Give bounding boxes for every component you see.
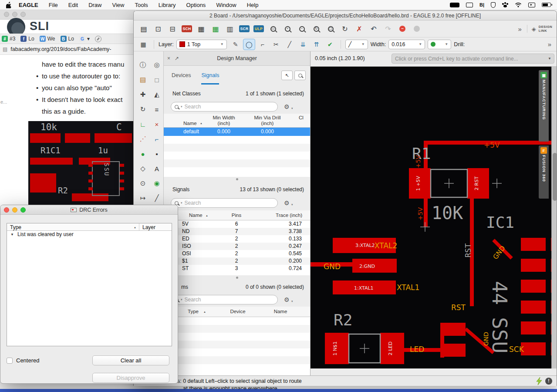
smd-pad-icon[interactable]: ▪ [151,148,162,159]
design-link-button[interactable]: ◈ DESIGN LINK [527,25,552,33]
table-row[interactable] [164,333,310,341]
table-row[interactable] [164,341,310,348]
browser-titlebar[interactable] [0,10,135,20]
align-tool-icon[interactable]: ≡ [151,104,162,115]
tab-devices[interactable]: Devices [172,66,191,84]
zoom-in-icon[interactable]: + [281,23,294,35]
copper-pad[interactable] [424,196,428,227]
zoom-find-button[interactable] [294,71,306,80]
net-classes-search-input[interactable] [185,104,274,110]
table-row[interactable] [164,356,310,364]
print-icon[interactable]: ⊟ [166,23,179,35]
section-resize-handle[interactable] [164,275,310,280]
compass-icon[interactable] [95,36,101,42]
line-tool-icon[interactable]: ╱ [151,193,162,204]
polygon-tool-icon[interactable]: ◇ [137,163,149,174]
signals-table-header[interactable]: Name ▲ Pins Trace (inch) [164,210,310,220]
ratsnest-icon[interactable]: ⊙ [137,178,149,189]
net-classes-search[interactable]: ▾ [171,102,278,112]
signals-search-input[interactable] [185,200,274,206]
script-badge-icon[interactable]: SCR [238,23,251,35]
redo-icon[interactable]: ↷ [381,23,395,35]
board-label[interactable]: +5V [417,207,424,220]
net-classes-table-header[interactable]: Name ▲ Min Width (inch) Min Via Drill (i… [164,114,310,128]
board-canvas[interactable]: +5VR1+5V1 +5V2 RST+5V10KIC1RST3:XTAL2XTA… [311,67,557,368]
sheet-table-icon[interactable]: ▦ [195,23,208,35]
ripup-tool-icon[interactable]: ⇊ [297,39,309,50]
route-airwire-icon[interactable]: ⋰ [137,133,149,145]
board-label[interactable]: SCK [509,345,524,354]
copper-pad[interactable] [521,342,546,355]
stop-command-icon[interactable]: ✗ [353,23,366,35]
delete-tool-icon[interactable]: ✎ [230,39,242,50]
group-select-icon[interactable]: □ [151,74,162,85]
column-min-width[interactable]: Min Width [207,115,240,120]
signal-row[interactable]: ED20.133 [164,235,310,243]
via-tool-icon[interactable]: ● [137,148,149,159]
copper-pad[interactable] [521,280,546,293]
fusion-360-tab[interactable]: F FUSION 360 [539,145,549,199]
board-label[interactable]: +5V [484,141,500,149]
column-type[interactable]: Type [188,309,199,314]
board-label[interactable]: XTAL1 [397,283,419,292]
board-label[interactable]: 1:XTAL1 [354,285,374,291]
refresh-icon[interactable]: ↻ [338,23,351,35]
eagle-titlebar[interactable]: 2 Board - /Users/naganoyoshie/Documents/… [134,11,557,20]
copper-pad[interactable] [521,238,546,251]
undo-icon[interactable]: ↶ [367,23,380,35]
ulp-badge-icon[interactable]: ULP [252,23,265,35]
menu-tools[interactable]: Tools [135,2,148,8]
wrench-icon[interactable]: ⚙ [284,296,290,303]
paw-icon[interactable] [502,2,508,7]
layer-dropdown[interactable]: 1 Top ▼ [176,40,227,49]
board-label[interactable]: 10K [432,203,463,223]
tab-signals[interactable]: Signals [201,66,219,84]
items-search[interactable]: ▾ [171,295,278,304]
board-label[interactable]: GND [324,262,341,271]
column-name[interactable]: Name [189,213,203,218]
manufacturing-tab[interactable]: ▣ MANUFACTURING [539,70,549,142]
column-name[interactable]: Name [268,309,293,314]
drc-list-row[interactable]: ▼ List was cleared by user [7,231,172,238]
section-resize-handle[interactable] [164,177,310,181]
zoom-fit-icon[interactable]: ▭ [267,23,280,35]
signal-row[interactable]: ST30.724 [164,265,310,272]
copper-pad[interactable] [440,323,466,336]
column-min-via[interactable]: Min Via Drill [249,115,286,120]
minimize-window-button[interactable] [12,207,17,213]
table-row[interactable] [164,364,310,372]
wire-tool-icon[interactable]: ∟ [137,118,149,130]
delete-wire-icon[interactable]: × [151,118,162,130]
board-label[interactable]: 1 +5V [415,176,421,191]
vertical-scrollbar[interactable] [551,67,557,368]
menu-draw[interactable]: Draw [88,2,101,8]
wrench-icon[interactable]: ⚙ [284,199,290,206]
menu-options[interactable]: Options [186,2,206,8]
board-label[interactable]: 2 LED [388,341,393,355]
copper-pad[interactable] [521,321,546,335]
column-layer[interactable]: Layer [142,224,155,230]
record-idle-icon[interactable] [410,23,423,35]
schematic-badge-icon[interactable]: SCH [180,23,193,35]
signal-row[interactable]: OSI20.545 [164,250,310,257]
rotate-tool-icon[interactable]: ↻ [137,104,149,115]
run-icon[interactable] [536,377,542,385]
board-label[interactable]: R2 [334,311,352,329]
table-row[interactable] [164,152,310,159]
board-label[interactable]: GND [483,332,489,346]
centered-checkbox[interactable] [7,358,13,364]
miter-wire-icon[interactable]: ╱ [284,39,296,50]
zoom-redraw-icon[interactable]: ↻ [310,23,323,35]
column-pins[interactable]: Pins [229,213,244,218]
table-row[interactable] [164,144,310,152]
wire-bend-icon[interactable]: ⌐ [257,39,269,50]
menu-file[interactable]: File [49,2,58,8]
bookmark-bing[interactable]: BLo [61,36,74,42]
record-stop-icon[interactable]: – [396,23,409,35]
clear-all-button[interactable]: Clear all [92,355,169,365]
battery-icon[interactable] [542,3,551,7]
signals-search[interactable]: ▾ [171,198,278,208]
table-row[interactable] [164,159,310,167]
copper-pad[interactable] [440,344,466,357]
command-line[interactable]: ▼ [392,54,554,64]
